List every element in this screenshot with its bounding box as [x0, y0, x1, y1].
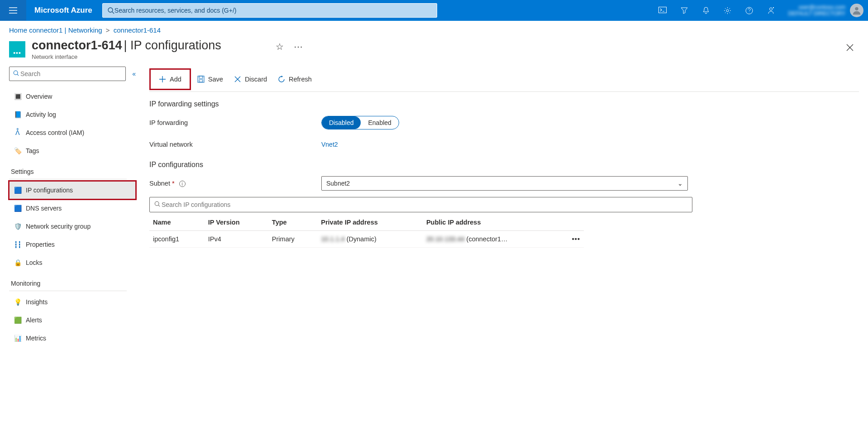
sidebar-item-tags[interactable]: 🏷️ Tags: [9, 142, 136, 160]
command-bar: Add Save Discard Refresh: [149, 67, 859, 92]
svg-rect-9: [198, 76, 204, 82]
save-icon: [197, 76, 205, 83]
svg-rect-11: [199, 80, 203, 82]
table-row[interactable]: ipconfig1 IPv4 Primary 10.1.1.4 (Dynamic…: [149, 231, 584, 248]
notifications-button[interactable]: [695, 0, 717, 21]
resource-type: Network interface: [32, 53, 221, 60]
cell-public-ip: 20.10.133.44 (connector1…: [423, 231, 568, 248]
help-button[interactable]: [739, 0, 760, 21]
help-icon: [745, 7, 753, 14]
hamburger-icon: [9, 7, 17, 14]
subnet-dropdown[interactable]: Subnet2 ⌄: [321, 176, 688, 191]
ip-forwarding-heading: IP forwarding settings: [149, 100, 859, 108]
tags-icon: 🏷️: [12, 147, 23, 154]
subnet-label: Subnet * i: [149, 180, 321, 187]
nic-icon: •••: [9, 41, 25, 57]
global-search-input[interactable]: [114, 7, 432, 14]
col-public-ip[interactable]: Public IP address: [423, 214, 568, 231]
alerts-icon: 🟩: [12, 316, 23, 324]
save-button[interactable]: Save: [193, 71, 228, 87]
activity-log-icon: 📘: [12, 111, 23, 118]
toggle-enabled[interactable]: Enabled: [361, 116, 398, 129]
plus-icon: [159, 76, 166, 83]
insights-icon: 💡: [12, 298, 23, 306]
filter-icon: [681, 7, 688, 14]
sidebar-item-dns-servers[interactable]: 🟦 DNS servers: [9, 199, 136, 217]
settings-button[interactable]: [717, 0, 739, 21]
col-type[interactable]: Type: [268, 214, 317, 231]
cell-name: ipconfig1: [149, 231, 205, 248]
favorite-button[interactable]: ☆: [276, 41, 284, 52]
chevron-down-icon: ⌄: [677, 180, 683, 187]
discard-button[interactable]: Discard: [229, 71, 272, 87]
cell-type: Primary: [268, 231, 317, 248]
sidebar-item-locks[interactable]: 🔒 Locks: [9, 254, 136, 272]
sidebar: « 🔳 Overview 📘 Activity log ᐰ Access con…: [0, 67, 136, 430]
info-icon[interactable]: i: [179, 181, 186, 187]
cell-private-ip: 10.1.1.4 (Dynamic): [317, 231, 423, 248]
account-area[interactable]: user@contoso.com DEFAULT DIRECTORY: [782, 4, 868, 17]
account-text: user@contoso.com DEFAULT DIRECTORY: [788, 4, 845, 17]
properties-icon: ┇┇: [12, 241, 23, 248]
row-more-button[interactable]: •••: [572, 235, 580, 243]
ip-forwarding-label: IP forwarding: [149, 119, 321, 126]
sidebar-item-insights[interactable]: 💡 Insights: [9, 293, 136, 311]
sidebar-search[interactable]: [9, 67, 126, 81]
toggle-disabled[interactable]: Disabled: [322, 116, 361, 129]
breadcrumb-current[interactable]: connector1-614: [114, 26, 161, 34]
breadcrumb-networking[interactable]: connector1 | Networking: [29, 26, 102, 34]
svg-rect-10: [199, 76, 203, 78]
col-name[interactable]: Name: [149, 214, 205, 231]
svg-point-6: [855, 7, 858, 10]
breadcrumb-home[interactable]: Home: [9, 26, 27, 34]
sidebar-item-overview[interactable]: 🔳 Overview: [9, 87, 136, 105]
add-button[interactable]: Add: [149, 68, 191, 90]
ip-forwarding-toggle[interactable]: Disabled Enabled: [321, 116, 399, 129]
hamburger-menu[interactable]: [0, 0, 26, 21]
sidebar-item-metrics[interactable]: 📊 Metrics: [9, 329, 136, 347]
sidebar-search-input[interactable]: [20, 70, 122, 77]
feedback-icon: [767, 7, 775, 14]
feedback-button[interactable]: [760, 0, 782, 21]
refresh-button[interactable]: Refresh: [273, 71, 316, 87]
sidebar-item-properties[interactable]: ┇┇ Properties: [9, 235, 136, 254]
directories-button[interactable]: [673, 0, 695, 21]
avatar-icon: [852, 5, 862, 15]
cloud-shell-icon: [658, 7, 667, 14]
ip-config-search-input[interactable]: [162, 201, 687, 208]
sidebar-item-alerts[interactable]: 🟩 Alerts: [9, 311, 136, 329]
topbar-actions: [652, 0, 782, 21]
lock-icon: 🔒: [12, 259, 23, 266]
breadcrumb-sep: >: [104, 26, 112, 34]
breadcrumb: Home connector1 | Networking > connector…: [0, 21, 868, 36]
sidebar-item-activity-log[interactable]: 📘 Activity log: [9, 105, 136, 124]
search-icon: [154, 201, 162, 208]
global-search[interactable]: [102, 3, 437, 18]
more-button[interactable]: ⋯: [294, 41, 303, 52]
ipconfig-icon: 🟦: [12, 187, 23, 194]
dns-icon: 🟦: [12, 205, 23, 212]
vnet-link[interactable]: Vnet2: [321, 141, 338, 148]
close-blade-button[interactable]: [841, 38, 859, 57]
ip-config-search[interactable]: [149, 197, 692, 212]
sidebar-item-nsg[interactable]: 🛡️ Network security group: [9, 217, 136, 235]
ip-config-table: Name IP Version Type Private IP address …: [149, 214, 584, 248]
svg-point-0: [108, 8, 113, 12]
sidebar-item-ip-configurations[interactable]: 🟦 IP configurations: [9, 181, 136, 199]
collapse-sidebar-button[interactable]: «: [132, 70, 136, 77]
sidebar-group-monitoring: Monitoring: [9, 272, 127, 291]
cell-version: IPv4: [205, 231, 268, 248]
table-header-row: Name IP Version Type Private IP address …: [149, 214, 584, 231]
close-icon: [846, 44, 854, 51]
overview-icon: 🔳: [12, 93, 23, 100]
svg-point-5: [770, 8, 773, 10]
azure-topbar: Microsoft Azure user@contoso.com DEFAULT…: [0, 0, 868, 21]
avatar[interactable]: [850, 4, 863, 17]
sidebar-item-iam[interactable]: ᐰ Access control (IAM): [9, 124, 136, 142]
col-ipversion[interactable]: IP Version: [205, 214, 268, 231]
col-private-ip[interactable]: Private IP address: [317, 214, 423, 231]
brand-label[interactable]: Microsoft Azure: [26, 6, 102, 15]
cloud-shell-button[interactable]: [652, 0, 673, 21]
sidebar-group-settings: Settings: [9, 160, 127, 179]
search-icon: [13, 70, 20, 77]
